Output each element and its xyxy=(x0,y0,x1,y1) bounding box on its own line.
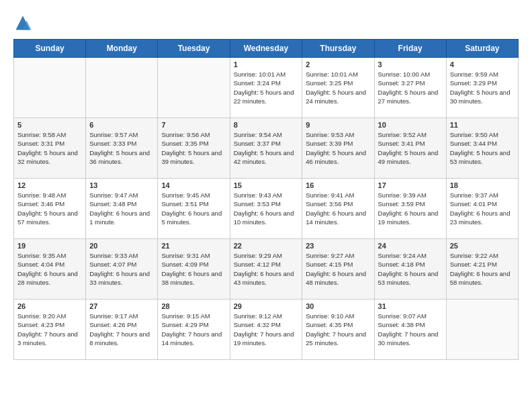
calendar-cell: 1Sunrise: 10:01 AM Sunset: 3:24 PM Dayli… xyxy=(230,58,302,118)
day-info: Sunrise: 9:54 AM Sunset: 3:37 PM Dayligh… xyxy=(234,130,299,166)
calendar-cell: 11Sunrise: 9:50 AM Sunset: 3:44 PM Dayli… xyxy=(446,118,518,179)
day-number: 30 xyxy=(306,302,370,310)
day-info: Sunrise: 9:41 AM Sunset: 3:56 PM Dayligh… xyxy=(306,191,370,226)
day-info: Sunrise: 9:17 AM Sunset: 4:26 PM Dayligh… xyxy=(89,312,154,347)
day-info: Sunrise: 10:01 AM Sunset: 3:25 PM Daylig… xyxy=(306,70,370,105)
day-number: 5 xyxy=(17,121,82,129)
day-info: Sunrise: 9:37 AM Sunset: 4:01 PM Dayligh… xyxy=(450,191,515,226)
weekday-header-saturday: Saturday xyxy=(446,40,518,58)
day-number: 19 xyxy=(17,242,82,250)
calendar-cell xyxy=(446,300,518,360)
calendar-cell: 26Sunrise: 9:20 AM Sunset: 4:23 PM Dayli… xyxy=(14,300,86,360)
day-number: 31 xyxy=(378,302,443,310)
day-number: 23 xyxy=(306,242,370,250)
calendar-week-4: 19Sunrise: 9:35 AM Sunset: 4:04 PM Dayli… xyxy=(14,239,519,300)
calendar-cell: 29Sunrise: 9:12 AM Sunset: 4:32 PM Dayli… xyxy=(230,300,302,360)
weekday-row: SundayMondayTuesdayWednesdayThursdayFrid… xyxy=(14,40,519,58)
day-info: Sunrise: 9:15 AM Sunset: 4:29 PM Dayligh… xyxy=(161,312,226,347)
day-number: 13 xyxy=(89,181,154,189)
day-info: Sunrise: 9:45 AM Sunset: 3:51 PM Dayligh… xyxy=(161,191,226,226)
page-header xyxy=(13,13,519,32)
calendar-week-1: 1Sunrise: 10:01 AM Sunset: 3:24 PM Dayli… xyxy=(14,58,519,118)
day-info: Sunrise: 9:57 AM Sunset: 3:33 PM Dayligh… xyxy=(89,130,154,166)
weekday-header-tuesday: Tuesday xyxy=(158,40,230,58)
calendar-cell: 2Sunrise: 10:01 AM Sunset: 3:25 PM Dayli… xyxy=(302,58,374,118)
calendar-cell: 3Sunrise: 10:00 AM Sunset: 3:27 PM Dayli… xyxy=(374,58,446,118)
calendar-week-5: 26Sunrise: 9:20 AM Sunset: 4:23 PM Dayli… xyxy=(14,300,519,360)
calendar-cell: 7Sunrise: 9:56 AM Sunset: 3:35 PM Daylig… xyxy=(158,118,230,179)
day-info: Sunrise: 9:58 AM Sunset: 3:31 PM Dayligh… xyxy=(17,130,82,166)
calendar-table: SundayMondayTuesdayWednesdayThursdayFrid… xyxy=(13,39,519,360)
day-info: Sunrise: 10:00 AM Sunset: 3:27 PM Daylig… xyxy=(378,70,443,105)
day-number: 9 xyxy=(306,121,370,129)
day-number: 6 xyxy=(89,121,154,129)
day-number: 22 xyxy=(234,242,299,250)
calendar-cell: 14Sunrise: 9:45 AM Sunset: 3:51 PM Dayli… xyxy=(158,179,230,239)
day-number: 20 xyxy=(89,242,154,250)
calendar-cell: 6Sunrise: 9:57 AM Sunset: 3:33 PM Daylig… xyxy=(86,118,158,179)
day-info: Sunrise: 9:39 AM Sunset: 3:59 PM Dayligh… xyxy=(378,191,443,226)
calendar-cell xyxy=(14,58,86,118)
day-number: 3 xyxy=(378,60,443,68)
calendar-cell: 24Sunrise: 9:24 AM Sunset: 4:18 PM Dayli… xyxy=(374,239,446,300)
calendar-cell: 15Sunrise: 9:43 AM Sunset: 3:53 PM Dayli… xyxy=(230,179,302,239)
day-number: 10 xyxy=(378,121,443,129)
calendar-cell: 19Sunrise: 9:35 AM Sunset: 4:04 PM Dayli… xyxy=(14,239,86,300)
day-number: 16 xyxy=(306,181,370,189)
day-info: Sunrise: 9:27 AM Sunset: 4:15 PM Dayligh… xyxy=(306,251,370,287)
weekday-header-friday: Friday xyxy=(374,40,446,58)
day-number: 2 xyxy=(306,60,370,68)
day-info: Sunrise: 9:48 AM Sunset: 3:46 PM Dayligh… xyxy=(17,191,82,226)
day-info: Sunrise: 9:20 AM Sunset: 4:23 PM Dayligh… xyxy=(17,312,82,347)
day-number: 24 xyxy=(378,242,443,250)
day-number: 26 xyxy=(17,302,82,310)
day-info: Sunrise: 9:47 AM Sunset: 3:48 PM Dayligh… xyxy=(89,191,154,226)
calendar-cell: 31Sunrise: 9:07 AM Sunset: 4:38 PM Dayli… xyxy=(374,300,446,360)
day-number: 29 xyxy=(234,302,299,310)
calendar-cell: 10Sunrise: 9:52 AM Sunset: 3:41 PM Dayli… xyxy=(374,118,446,179)
calendar-cell: 9Sunrise: 9:53 AM Sunset: 3:39 PM Daylig… xyxy=(302,118,374,179)
logo xyxy=(13,13,35,32)
calendar-cell xyxy=(158,58,230,118)
calendar-week-3: 12Sunrise: 9:48 AM Sunset: 3:46 PM Dayli… xyxy=(14,179,519,239)
day-info: Sunrise: 9:24 AM Sunset: 4:18 PM Dayligh… xyxy=(378,251,443,287)
calendar-cell xyxy=(86,58,158,118)
day-number: 27 xyxy=(89,302,154,310)
day-info: Sunrise: 9:56 AM Sunset: 3:35 PM Dayligh… xyxy=(161,130,226,166)
day-info: Sunrise: 9:12 AM Sunset: 4:32 PM Dayligh… xyxy=(234,312,299,347)
day-number: 1 xyxy=(234,60,299,68)
calendar-cell: 27Sunrise: 9:17 AM Sunset: 4:26 PM Dayli… xyxy=(86,300,158,360)
calendar-cell: 30Sunrise: 9:10 AM Sunset: 4:35 PM Dayli… xyxy=(302,300,374,360)
logo-icon xyxy=(13,13,32,32)
calendar-cell: 16Sunrise: 9:41 AM Sunset: 3:56 PM Dayli… xyxy=(302,179,374,239)
day-info: Sunrise: 9:43 AM Sunset: 3:53 PM Dayligh… xyxy=(234,191,299,226)
calendar-cell: 22Sunrise: 9:29 AM Sunset: 4:12 PM Dayli… xyxy=(230,239,302,300)
day-info: Sunrise: 9:53 AM Sunset: 3:39 PM Dayligh… xyxy=(306,130,370,166)
weekday-header-thursday: Thursday xyxy=(302,40,374,58)
day-number: 4 xyxy=(450,60,515,68)
day-number: 21 xyxy=(161,242,226,250)
day-number: 8 xyxy=(234,121,299,129)
day-info: Sunrise: 9:29 AM Sunset: 4:12 PM Dayligh… xyxy=(234,251,299,287)
calendar-cell: 8Sunrise: 9:54 AM Sunset: 3:37 PM Daylig… xyxy=(230,118,302,179)
day-info: Sunrise: 9:59 AM Sunset: 3:29 PM Dayligh… xyxy=(450,70,515,105)
weekday-header-wednesday: Wednesday xyxy=(230,40,302,58)
day-info: Sunrise: 9:52 AM Sunset: 3:41 PM Dayligh… xyxy=(378,130,443,166)
day-info: Sunrise: 9:31 AM Sunset: 4:09 PM Dayligh… xyxy=(161,251,226,287)
calendar-cell: 12Sunrise: 9:48 AM Sunset: 3:46 PM Dayli… xyxy=(14,179,86,239)
day-number: 11 xyxy=(450,121,515,129)
calendar-cell: 5Sunrise: 9:58 AM Sunset: 3:31 PM Daylig… xyxy=(14,118,86,179)
calendar-cell: 17Sunrise: 9:39 AM Sunset: 3:59 PM Dayli… xyxy=(374,179,446,239)
calendar-cell: 20Sunrise: 9:33 AM Sunset: 4:07 PM Dayli… xyxy=(86,239,158,300)
day-number: 28 xyxy=(161,302,226,310)
calendar-week-2: 5Sunrise: 9:58 AM Sunset: 3:31 PM Daylig… xyxy=(14,118,519,179)
day-info: Sunrise: 9:07 AM Sunset: 4:38 PM Dayligh… xyxy=(378,312,443,347)
day-number: 17 xyxy=(378,181,443,189)
day-number: 7 xyxy=(161,121,226,129)
day-number: 15 xyxy=(234,181,299,189)
calendar-cell: 18Sunrise: 9:37 AM Sunset: 4:01 PM Dayli… xyxy=(446,179,518,239)
calendar-cell: 4Sunrise: 9:59 AM Sunset: 3:29 PM Daylig… xyxy=(446,58,518,118)
calendar-cell: 13Sunrise: 9:47 AM Sunset: 3:48 PM Dayli… xyxy=(86,179,158,239)
day-number: 18 xyxy=(450,181,515,189)
day-number: 14 xyxy=(161,181,226,189)
